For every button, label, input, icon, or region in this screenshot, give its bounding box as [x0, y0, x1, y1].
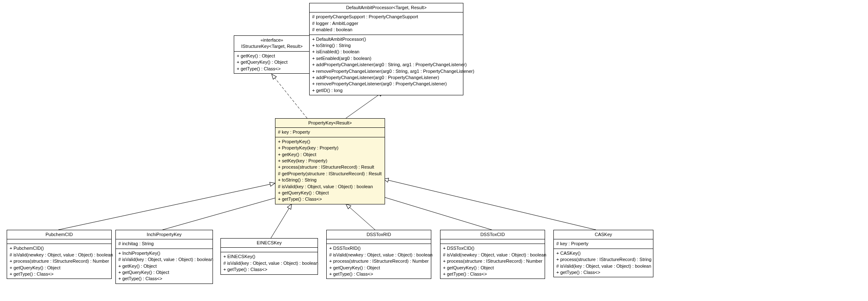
svg-line-6: [379, 196, 492, 230]
methods-section: + PubchemCID() # isValid(newkey : Object…: [7, 244, 111, 279]
attrs-section: # key : Property: [275, 128, 385, 137]
svg-line-0: [272, 74, 307, 118]
class-title: CASKey: [556, 231, 650, 238]
svg-line-5: [346, 204, 375, 230]
svg-line-4: [271, 204, 292, 238]
class-title: EINECSKey: [223, 240, 315, 246]
attrs-section: [7, 239, 111, 244]
class-title: IStructureKey<Target, Result>: [237, 43, 307, 50]
class-dsstoxcid: DSSToxCID + DSSToxCID() # isValid(newkey…: [440, 230, 545, 279]
methods-section: + EINECSKey() # isValid(key : Object, va…: [221, 252, 318, 274]
methods-section: + DefaultAmbitProcessor() + toString() :…: [310, 35, 463, 95]
class-istructurekey: «interface»IStructureKey<Target, Result>…: [234, 35, 310, 74]
methods-section: + InchiPropertyKey() # isValid(key : Obj…: [116, 249, 213, 284]
svg-line-7: [383, 179, 596, 230]
svg-line-3: [163, 196, 283, 230]
svg-line-1: [346, 92, 383, 118]
class-inchipropertykey: InchiPropertyKey # inchitag : String + I…: [115, 230, 213, 284]
methods-section: + DSSToxCID() # isValid(newkey : Object,…: [440, 244, 545, 279]
class-title: PropertyKey<Result>: [278, 120, 382, 126]
methods-section: + PropertyKey() + PropertyKey(key : Prop…: [275, 137, 385, 204]
class-pubchemcid: PubchemCID + PubchemCID() # isValid(newk…: [7, 230, 112, 279]
attrs-section: [221, 248, 318, 252]
methods-section: + DSSToxRID() # isValid(newkey : Object,…: [327, 244, 431, 279]
class-title: DSSToxRID: [329, 231, 428, 238]
methods-section: + CASKey() + process(structure : IStruct…: [554, 249, 653, 277]
class-title: DefaultAmbitProcessor<Target, Result>: [312, 5, 460, 11]
class-defaultambitprocessor: DefaultAmbitProcessor<Target, Result> # …: [309, 3, 463, 95]
class-einecskey: EINECSKey + EINECSKey() # isValid(key : …: [220, 238, 318, 275]
class-dsstoxrid: DSSToxRID + DSSToxRID() # isValid(newkey…: [326, 230, 431, 279]
stereotype: «interface»: [237, 37, 307, 43]
class-title: InchiPropertyKey: [118, 231, 210, 238]
attrs-section: [440, 239, 545, 244]
attrs-section: [327, 239, 431, 244]
class-title: PubchemCID: [10, 231, 109, 238]
attrs-section: # inchitag : String: [116, 239, 213, 249]
class-propertykey: PropertyKey<Result> # key : Property + P…: [275, 118, 385, 204]
attrs-section: # propertyChangeSupport : PropertyChange…: [310, 12, 463, 35]
attrs-section: # key : Property: [554, 239, 653, 249]
methods-section: + getKey() : Object + getQueryKey() : Ob…: [234, 52, 310, 73]
class-title: DSSToxCID: [443, 231, 542, 238]
svg-line-2: [58, 183, 275, 230]
class-caskey: CASKey # key : Property + CASKey() + pro…: [553, 230, 653, 277]
